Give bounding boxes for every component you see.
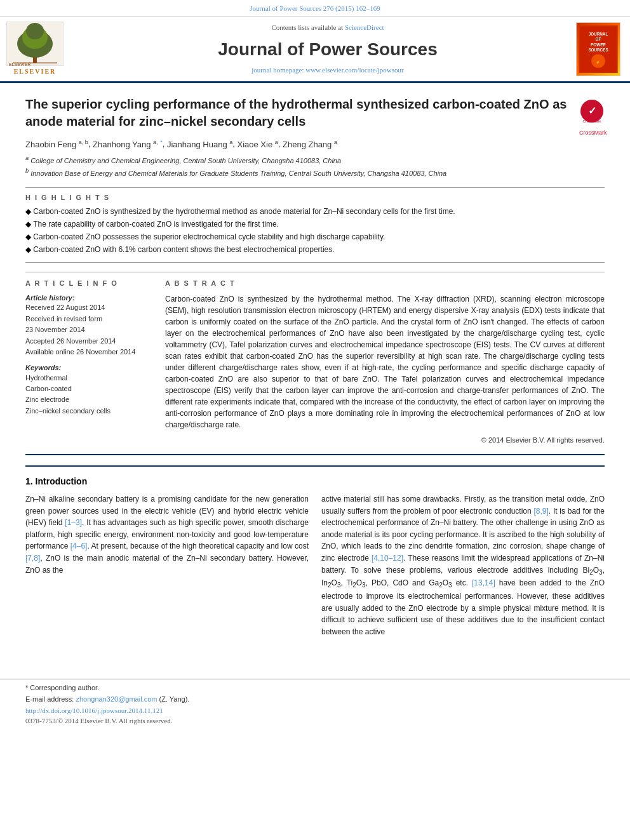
ref-4-6[interactable]: [4–6] <box>70 542 88 550</box>
corresponding-author-note: * Corresponding author. <box>25 683 605 693</box>
author-3: Jianhang Huang a <box>167 140 232 149</box>
ref-7-8[interactable]: [7,8] <box>25 554 40 563</box>
abstract-text: Carbon-coated ZnO is synthesized by the … <box>165 293 605 430</box>
introduction-section: 1. Introduction Zn–Ni alkaline secondary… <box>25 465 605 643</box>
journal-header: ELSEVIER ELSEVIER Contents lists availab… <box>0 17 630 83</box>
svg-text:ELSEVIER: ELSEVIER <box>9 62 30 66</box>
svg-text:✓: ✓ <box>588 105 596 116</box>
intro-col-left: Zn–Ni alkaline secondary battery is a pr… <box>25 493 309 643</box>
highlight-item-4: Carbon-coated ZnO with 6.1% carbon conte… <box>25 244 605 255</box>
journal-reference-bar: Journal of Power Sources 276 (2015) 162–… <box>0 0 630 17</box>
journal-cover-icon: JOURNAL OF POWER SOURCES ⚡ <box>577 25 620 73</box>
elsevier-tree-icon: ELSEVIER <box>6 22 64 66</box>
svg-text:JOURNAL: JOURNAL <box>589 32 608 36</box>
elsevier-logo-section: ELSEVIER ELSEVIER <box>6 22 83 76</box>
affiliations: a College of Chemistry and Chemical Engi… <box>25 154 605 178</box>
author-5: Zheng Zhang a <box>283 140 337 149</box>
journal-header-center: Contents lists available at ScienceDirec… <box>89 22 566 76</box>
ref-13-14[interactable]: [13,14] <box>472 578 495 587</box>
accepted-date: Accepted 26 November 2014 <box>25 337 152 346</box>
highlights-section: H I G H L I G H T S Carbon-coated ZnO is… <box>25 187 605 263</box>
page: Journal of Power Sources 276 (2015) 162–… <box>0 0 630 840</box>
copyright-line: © 2014 Elsevier B.V. All rights reserved… <box>165 436 605 445</box>
sciencedirect-line: Contents lists available at ScienceDirec… <box>271 23 384 32</box>
journal-cover-image: JOURNAL OF POWER SOURCES ⚡ <box>576 22 620 76</box>
keywords-block: Keywords: Hydrothermal Carbon-coated Zin… <box>25 363 152 416</box>
article-title: The superior cycling performance of the … <box>25 96 573 130</box>
sciencedirect-link[interactable]: ScienceDirect <box>345 23 384 31</box>
homepage-url[interactable]: www.elsevier.com/locate/jpowsour <box>305 66 403 74</box>
journal-cover-section: JOURNAL OF POWER SOURCES ⚡ <box>573 22 624 76</box>
crossmark-logo: ✓ CrossMark CrossMark <box>579 98 605 124</box>
highlights-title: H I G H L I G H T S <box>25 193 605 203</box>
article-info-abstract: A R T I C L E I N F O Article history: R… <box>25 272 605 446</box>
page-footer: * Corresponding author. E-mail address: … <box>0 679 630 730</box>
svg-text:POWER: POWER <box>591 42 606 46</box>
ref-4-10-12[interactable]: [4,10–12] <box>372 554 403 563</box>
intro-title: 1. Introduction <box>25 476 605 488</box>
received-date: Received 22 August 2014 <box>25 303 152 312</box>
intro-para-2: active material still has some drawbacks… <box>321 493 605 638</box>
abstract-col: A B S T R A C T Carbon-coated ZnO is syn… <box>165 279 605 446</box>
author-4: Xiaoe Xie a <box>237 140 278 149</box>
article-info-header: A R T I C L E I N F O <box>25 279 152 288</box>
elsevier-label: ELSEVIER <box>14 67 57 76</box>
intro-two-col: Zn–Ni alkaline secondary battery is a pr… <box>25 493 605 643</box>
ref-8-9[interactable]: [8,9] <box>533 507 548 516</box>
history-label: Article history: <box>25 293 152 303</box>
revised-date: 23 November 2014 <box>25 325 152 335</box>
keyword-1: Hydrothermal <box>25 373 152 383</box>
elsevier-logo: ELSEVIER ELSEVIER <box>6 22 64 76</box>
article-history-block: Article history: Received 22 August 2014… <box>25 293 152 357</box>
keyword-4: Zinc–nickel secondary cells <box>25 406 152 416</box>
intro-para-1: Zn–Ni alkaline secondary battery is a pr… <box>25 493 309 576</box>
email-note: E-mail address: zhongnan320@gmail.com (Z… <box>25 695 605 704</box>
section-divider <box>25 454 605 455</box>
crossmark-label: CrossMark <box>579 129 605 137</box>
author-2: Zhanhong Yang a, * <box>93 140 163 149</box>
issn-line: 0378-7753/© 2014 Elsevier B.V. All right… <box>25 716 605 726</box>
svg-text:CrossMark: CrossMark <box>582 119 601 123</box>
received-revised-label: Received in revised form <box>25 314 152 324</box>
abstract-header: A B S T R A C T <box>165 279 605 288</box>
svg-text:OF: OF <box>596 37 601 41</box>
journal-homepage: journal homepage: www.elsevier.com/locat… <box>251 65 403 75</box>
authors-line: Zhaobin Feng a, b, Zhanhong Yang a, *, J… <box>25 138 605 150</box>
keyword-2: Carbon-coated <box>25 384 152 394</box>
author-1: Zhaobin Feng a, b <box>25 140 88 149</box>
journal-name: Journal of Power Sources <box>218 37 437 62</box>
affiliation-a: a College of Chemistry and Chemical Engi… <box>25 154 605 166</box>
keywords-label: Keywords: <box>25 363 152 373</box>
keyword-3: Zinc electrode <box>25 395 152 404</box>
affiliation-b: b Innovation Base of Energy and Chemical… <box>25 167 605 178</box>
author-email[interactable]: zhongnan320@gmail.com <box>76 695 157 703</box>
available-date: Available online 26 November 2014 <box>25 347 152 357</box>
ref-1-3[interactable]: [1–3] <box>65 518 82 527</box>
doi-link[interactable]: http://dx.doi.org/10.1016/j.jpowsour.201… <box>25 706 605 716</box>
highlight-item-3: Carbon-coated ZnO possesses the superior… <box>25 232 605 243</box>
main-content: The superior cycling performance of the … <box>0 83 630 665</box>
journal-reference: Journal of Power Sources 276 (2015) 162–… <box>250 4 380 12</box>
highlight-item-2: The rate capability of carbon-coated ZnO… <box>25 219 605 230</box>
intro-col-right: active material still has some drawbacks… <box>321 493 605 643</box>
article-info-col: A R T I C L E I N F O Article history: R… <box>25 279 152 446</box>
svg-text:⚡: ⚡ <box>596 60 601 65</box>
article-title-section: The superior cycling performance of the … <box>25 96 605 130</box>
highlight-item-1: Carbon-coated ZnO is synthesized by the … <box>25 206 605 217</box>
crossmark-icon: ✓ CrossMark <box>579 98 605 124</box>
svg-text:SOURCES: SOURCES <box>588 48 608 52</box>
svg-point-4 <box>26 23 44 39</box>
